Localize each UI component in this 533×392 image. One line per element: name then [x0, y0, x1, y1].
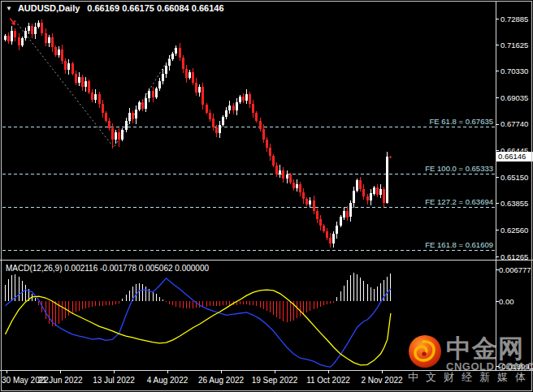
symbol-dropdown-icon[interactable]: ▼ — [6, 5, 12, 12]
fib-level-label: FE 61.8 = 0.67635 — [430, 117, 493, 126]
price-axis-label: 0.61265 — [500, 252, 528, 261]
macd-axis-label: -0.013991 — [499, 362, 533, 371]
macd-axis-label: 0.00 — [499, 297, 514, 306]
price-axis-label: 0.62560 — [500, 226, 528, 235]
labels-layer: ▼AUDUSD,Daily0.66169 0.66175 0.66084 0.6… — [0, 0, 533, 392]
time-axis-label: 4 Aug 2022 — [147, 376, 188, 385]
price-axis-label: 0.63855 — [500, 199, 528, 208]
price-axis-label: 0.70330 — [500, 67, 528, 75]
macd-axis-label: 0.006777 — [499, 265, 531, 274]
price-axis-label: 0.67740 — [500, 119, 528, 128]
chart-window: 中金网 CNGOLD.COM.CN 中文财经新媒体 ▼AUDUSD,Daily0… — [0, 0, 533, 392]
time-axis-label: 11 Oct 2022 — [306, 376, 350, 385]
symbol-timeframe-label: AUDUSD,Daily — [18, 3, 80, 13]
ohlc-values: 0.66169 0.66175 0.66084 0.66146 — [87, 3, 223, 13]
fib-level-label: FE 127.2 = 0.63694 — [425, 197, 493, 206]
macd-indicator-label: MACD(12,26,9) 0.002116 -0.001778 0.00506… — [6, 264, 209, 273]
fib-level-label: FE 100.0 = 0.65333 — [425, 164, 493, 173]
time-axis-label: 26 Aug 2022 — [198, 376, 244, 385]
time-axis-label: 13 Jul 2022 — [93, 376, 135, 385]
price-axis-label: 0.72885 — [500, 15, 528, 24]
time-axis-label: 21 Jun 2022 — [37, 376, 82, 385]
price-axis-label: 0.69035 — [500, 93, 528, 102]
chart-title: ▼AUDUSD,Daily0.66169 0.66175 0.66084 0.6… — [6, 3, 224, 13]
time-axis-label: 19 Sep 2022 — [252, 376, 298, 385]
time-axis-label: 2 Nov 2022 — [361, 376, 402, 385]
fib-level-label: FE 161.8 = 0.61609 — [425, 240, 493, 249]
price-axis-label: 0.71625 — [500, 41, 528, 50]
price-axis-label: 0.65150 — [500, 173, 528, 182]
current-price-badge: 0.66146 — [496, 152, 533, 162]
